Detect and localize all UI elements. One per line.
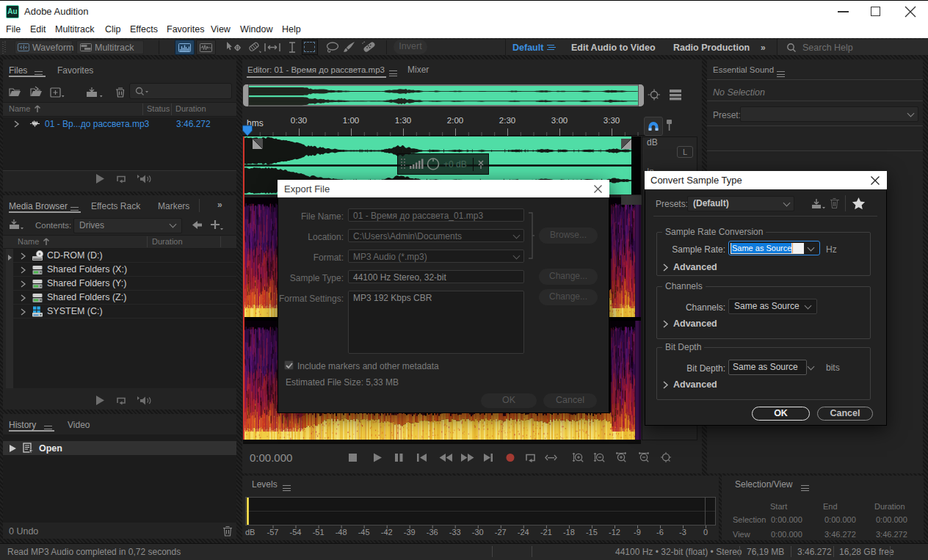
svg-text:-42: -42 bbox=[381, 528, 393, 537]
svg-text:-12: -12 bbox=[609, 528, 620, 537]
svg-text:-36: -36 bbox=[427, 528, 438, 537]
svg-text:dB: dB bbox=[245, 528, 255, 537]
svg-text:-39: -39 bbox=[404, 528, 416, 537]
svg-text:+0 dB: +0 dB bbox=[443, 159, 467, 170]
svg-text:-18: -18 bbox=[563, 528, 575, 537]
svg-text:3:30: 3:30 bbox=[603, 116, 620, 125]
svg-text:-3: -3 bbox=[679, 528, 686, 537]
svg-text:-33: -33 bbox=[449, 528, 461, 537]
svg-text:-30: -30 bbox=[472, 528, 484, 537]
svg-text:-45: -45 bbox=[358, 528, 370, 537]
svg-text:3:00: 3:00 bbox=[551, 116, 568, 125]
svg-text:-24: -24 bbox=[518, 528, 529, 537]
svg-text:-27: -27 bbox=[495, 528, 507, 537]
svg-text:-57: -57 bbox=[267, 528, 279, 537]
svg-text:-54: -54 bbox=[290, 528, 302, 537]
svg-text:2:30: 2:30 bbox=[499, 116, 515, 125]
svg-text:-9: -9 bbox=[634, 528, 641, 537]
svg-text:-48: -48 bbox=[336, 528, 347, 537]
svg-text:-6: -6 bbox=[656, 528, 664, 537]
svg-text:2:00: 2:00 bbox=[447, 116, 463, 125]
svg-text:1:00: 1:00 bbox=[343, 116, 359, 125]
svg-text:0: 0 bbox=[703, 528, 708, 537]
svg-text:0:30: 0:30 bbox=[291, 116, 307, 125]
svg-text:-21: -21 bbox=[540, 528, 552, 537]
svg-text:-51: -51 bbox=[313, 528, 325, 537]
svg-text:-15: -15 bbox=[586, 528, 598, 537]
svg-text:1:30: 1:30 bbox=[395, 116, 411, 125]
